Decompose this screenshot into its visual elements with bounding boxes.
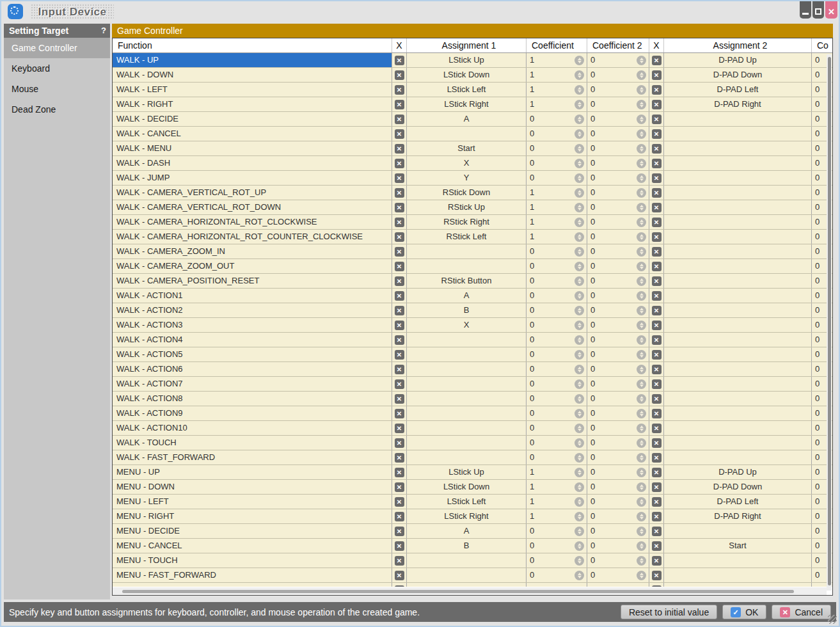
x-checkbox-icon[interactable]: ✕ [652, 556, 662, 566]
coefficient-cell[interactable]: 0 [527, 568, 587, 582]
function-cell[interactable]: WALK - LEFT [113, 83, 392, 97]
spinner-icon[interactable] [575, 129, 584, 139]
assignment1-cell[interactable] [407, 553, 527, 567]
x-checkbox-icon[interactable]: ✕ [652, 321, 662, 330]
x-checkbox-icon[interactable]: ✕ [395, 394, 404, 404]
x-checkbox-icon[interactable]: ✕ [395, 306, 404, 315]
x-checkbox-icon[interactable]: ✕ [395, 335, 404, 345]
assignment1-cell[interactable]: X [407, 318, 527, 332]
assignment1-cell[interactable]: LStick Up [407, 465, 527, 479]
function-cell[interactable]: MENU - RIGHT [113, 509, 392, 523]
coefficient-cell[interactable]: 0 [527, 539, 587, 553]
function-cell[interactable]: WALK - ACTION9 [113, 406, 392, 420]
coefficient2-cell[interactable]: 0 [587, 215, 649, 229]
assignment2-cell[interactable] [664, 406, 812, 420]
function-cell[interactable]: MENU - FAST_FORWARD [113, 568, 392, 582]
spinner-icon[interactable] [637, 321, 646, 330]
function-cell[interactable]: WALK - ACTION5 [113, 347, 392, 361]
coefficient2-cell[interactable]: 0 [587, 406, 649, 420]
x-checkbox-icon[interactable]: ✕ [652, 365, 662, 374]
function-cell[interactable]: WALK - CAMERA_HORIZONTAL_ROT_COUNTER_CLO… [113, 230, 392, 244]
coefficient2-cell[interactable]: 0 [587, 171, 649, 185]
assignment2-cell[interactable] [664, 171, 812, 185]
coefficient-cell[interactable]: 1 [527, 509, 587, 523]
x-checkbox-icon[interactable]: ✕ [652, 173, 662, 183]
spinner-icon[interactable] [575, 276, 584, 286]
coefficient2-cell[interactable]: 0 [587, 230, 649, 244]
coefficient-cell[interactable]: 0 [527, 112, 587, 126]
spinner-icon[interactable] [575, 335, 584, 345]
assignment1-cell[interactable]: A [407, 289, 527, 303]
coefficient2-cell[interactable]: 0 [587, 274, 649, 288]
spinner-icon[interactable] [637, 218, 646, 227]
spinner-icon[interactable] [575, 321, 584, 330]
coefficient2-cell[interactable]: 0 [587, 68, 649, 82]
x-checkbox-icon[interactable]: ✕ [395, 144, 404, 154]
spinner-icon[interactable] [575, 306, 584, 315]
x-checkbox-icon[interactable]: ✕ [395, 321, 404, 330]
assignment2-cell[interactable] [664, 318, 812, 332]
coefficient-cell[interactable]: 0 [527, 347, 587, 361]
x-checkbox-icon[interactable]: ✕ [652, 394, 662, 404]
assignment2-cell[interactable]: D-PAD Up [664, 465, 812, 479]
function-cell[interactable]: WALK - ACTION4 [113, 333, 392, 347]
coefficient-cell[interactable]: 0 [527, 259, 587, 273]
x-checkbox-icon[interactable]: ✕ [652, 100, 662, 109]
x-checkbox-icon[interactable]: ✕ [395, 409, 404, 418]
function-cell[interactable]: WALK - DASH [113, 156, 392, 170]
coefficient-cell[interactable]: 0 [527, 318, 587, 332]
function-cell[interactable]: WALK - ACTION8 [113, 392, 392, 406]
coefficient2-cell[interactable]: 0 [587, 303, 649, 317]
spinner-icon[interactable] [575, 232, 584, 242]
x-checkbox-icon[interactable]: ✕ [395, 247, 404, 257]
x-checkbox-icon[interactable]: ✕ [652, 218, 662, 227]
coefficient2-cell[interactable]: 0 [587, 377, 649, 391]
coefficient-cell[interactable]: 1 [527, 97, 587, 111]
spinner-icon[interactable] [575, 541, 584, 551]
coefficient2-cell[interactable]: 0 [587, 568, 649, 582]
function-cell[interactable]: WALK - RIGHT [113, 97, 392, 111]
coefficient-cell[interactable]: 1 [527, 200, 587, 214]
assignment2-cell[interactable] [664, 377, 812, 391]
x-checkbox-icon[interactable]: ✕ [652, 203, 662, 212]
spinner-icon[interactable] [575, 453, 584, 463]
coefficient-cell[interactable]: 0 [527, 553, 587, 567]
spinner-icon[interactable] [637, 85, 646, 95]
x-checkbox-icon[interactable]: ✕ [395, 453, 404, 463]
assignment1-cell[interactable]: LStick Left [407, 83, 527, 97]
spinner-icon[interactable] [575, 394, 584, 404]
function-cell[interactable]: WALK - CAMERA_ZOOM_OUT [113, 259, 392, 273]
function-cell[interactable]: WALK - ACTION2 [113, 303, 392, 317]
assignment2-cell[interactable] [664, 362, 812, 376]
function-cell[interactable]: MENU - UP [113, 465, 392, 479]
coefficient-cell[interactable]: 1 [527, 53, 587, 67]
function-cell[interactable]: WALK - ACTION6 [113, 362, 392, 376]
spinner-icon[interactable] [575, 173, 584, 183]
assignment2-cell[interactable] [664, 524, 812, 538]
coefficient2-cell[interactable]: 0 [587, 421, 649, 435]
x-checkbox-icon[interactable]: ✕ [395, 527, 404, 536]
assignment1-cell[interactable]: RStick Down [407, 186, 527, 200]
function-cell[interactable]: WALK - CAMERA_ZOOM_IN [113, 244, 392, 258]
coefficient2-cell[interactable]: 0 [587, 83, 649, 97]
coefficient2-cell[interactable]: 0 [587, 392, 649, 406]
assignment2-cell[interactable]: D-PAD Down [664, 480, 812, 494]
x-checkbox-icon[interactable]: ✕ [652, 409, 662, 418]
x-checkbox-icon[interactable]: ✕ [652, 335, 662, 345]
x-checkbox-icon[interactable]: ✕ [652, 497, 662, 507]
x-checkbox-icon[interactable]: ✕ [395, 350, 404, 360]
spinner-icon[interactable] [637, 527, 646, 536]
spinner-icon[interactable] [637, 276, 646, 286]
coefficient-cell[interactable]: 0 [527, 127, 587, 141]
function-cell[interactable]: WALK - DOWN [113, 68, 392, 82]
x-checkbox-icon[interactable]: ✕ [395, 556, 404, 566]
x-checkbox-icon[interactable]: ✕ [395, 512, 404, 521]
x-checkbox-icon[interactable]: ✕ [395, 262, 404, 271]
minimize-button[interactable] [800, 1, 811, 19]
x-checkbox-icon[interactable]: ✕ [652, 512, 662, 521]
coefficient2-cell[interactable]: 0 [587, 200, 649, 214]
coefficient2-cell[interactable]: 0 [587, 480, 649, 494]
coefficient-cell[interactable]: 1 [527, 215, 587, 229]
function-cell[interactable]: WALK - CAMERA_POSITION_RESET [113, 274, 392, 288]
assignment1-cell[interactable]: X [407, 156, 527, 170]
